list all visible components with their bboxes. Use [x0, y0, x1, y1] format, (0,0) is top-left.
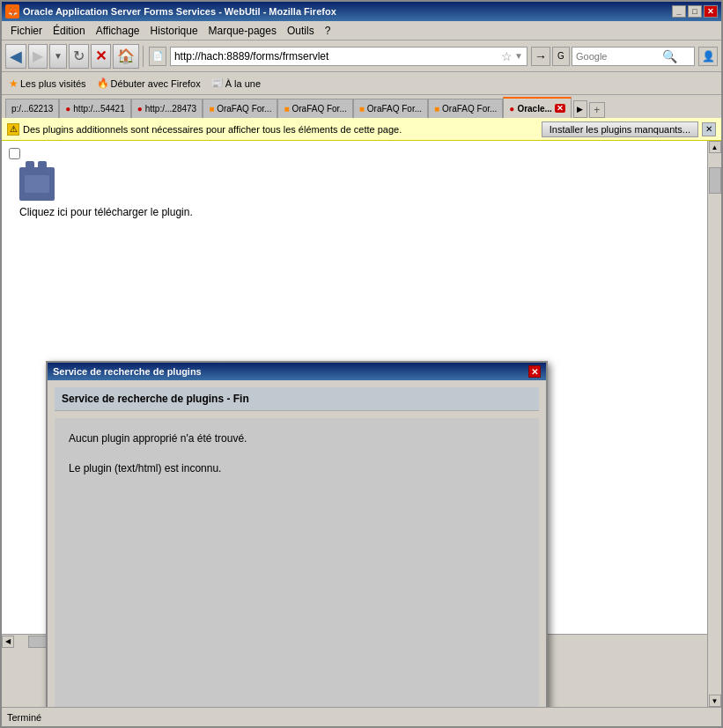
maximize-button[interactable]: □ — [688, 5, 702, 18]
search-bar[interactable]: 🔍 — [572, 47, 695, 66]
url-input[interactable] — [174, 50, 499, 63]
window-title: Oracle Application Server Forms Services… — [23, 6, 336, 17]
scroll-area: Cliquez ici pour télécharger le plugin. … — [2, 141, 721, 707]
tab-3-label: OraFAQ For... — [217, 104, 271, 114]
home-button[interactable]: 🏠 — [113, 44, 139, 69]
tab-6[interactable]: ■ OraFAQ For... — [428, 99, 503, 118]
menu-outils[interactable]: Outils — [282, 23, 320, 39]
bookmark-star-icon[interactable]: ☆ — [501, 49, 513, 63]
dropdown-url-icon[interactable]: ▼ — [514, 51, 523, 61]
title-bar: 🦊 Oracle Application Server Forms Servic… — [2, 2, 721, 21]
bookmark-firefox[interactable]: 🔥 Débuter avec Firefox — [93, 76, 204, 91]
plugin-notification-bar: ⚠ Des plugins additionnels sont nécessai… — [2, 118, 721, 141]
plugin-lego-button[interactable] — [19, 167, 55, 201]
menu-bar: Fichier Édition Affichage Historique Mar… — [2, 21, 721, 40]
lego-nub-right — [38, 161, 47, 167]
vertical-scrollbar: ▲ ▼ — [707, 141, 721, 707]
tab-7-close-icon[interactable]: ✕ — [555, 104, 565, 113]
dialog-content: Aucun plugin approprié n'a été trouvé. L… — [55, 418, 539, 707]
tab-7-favicon: ● — [509, 104, 514, 114]
person-icon: 👤 — [702, 50, 715, 63]
v-scroll-thumb[interactable] — [709, 167, 721, 194]
bookmark-firefox-label: Débuter avec Firefox — [111, 78, 201, 89]
tab-6-label: OraFAQ For... — [442, 104, 497, 114]
minimize-button[interactable]: _ — [672, 5, 686, 18]
menu-help[interactable]: ? — [320, 23, 336, 39]
status-text: Terminé — [7, 712, 41, 723]
go-button[interactable]: → — [531, 47, 550, 66]
bookmark-most-visited-label: Les plus visités — [20, 78, 86, 89]
plugin-bar-close-button[interactable]: ✕ — [702, 122, 716, 136]
tab-5-label: OraFAQ For... — [367, 104, 422, 114]
tab-7-label: Oracle... — [517, 104, 551, 114]
tab-3[interactable]: ■ OraFAQ For... — [203, 99, 277, 118]
lego-face — [25, 175, 49, 193]
lego-nub-left — [26, 161, 34, 167]
firefox-favicon-icon: 🔥 — [97, 77, 109, 89]
scroll-down-arrow[interactable]: ▼ — [709, 695, 721, 707]
menu-marquepages[interactable]: Marque-pages — [203, 23, 282, 39]
plugin-download-text: Cliquez ici pour télécharger le plugin. — [19, 206, 193, 218]
install-plugins-button[interactable]: Installer les plugins manquants... — [542, 121, 698, 137]
tab-0[interactable]: p:/...62213 — [5, 99, 59, 118]
tab-5[interactable]: ■ OraFAQ For... — [353, 99, 428, 118]
tab-5-favicon: ■ — [359, 104, 365, 114]
navigation-bar: ◀ ▶ ▼ ↻ ✕ 🏠 📄 ☆ ▼ → G 🔍 👤 — [2, 40, 721, 72]
menu-affichage[interactable]: Affichage — [91, 23, 145, 39]
plugin-finder-dialog: Service de recherche de plugins ✕ Servic… — [46, 361, 548, 707]
menu-fichier[interactable]: Fichier — [5, 23, 48, 39]
page-icon: 📄 — [149, 47, 166, 66]
tab-4-label: OraFAQ For... — [291, 104, 346, 114]
back-button[interactable]: ◀ — [5, 44, 26, 69]
app-icon: 🦊 — [5, 4, 19, 18]
dialog-message-1: Aucun plugin approprié n'a été trouvé. — [69, 432, 525, 445]
news-favicon-icon: 📰 — [211, 77, 224, 89]
forward-button[interactable]: ▶ — [28, 44, 48, 69]
close-button[interactable]: ✕ — [704, 5, 718, 18]
tab-2[interactable]: ● http:/...28473 — [131, 99, 203, 118]
bookmarks-bar: ★ Les plus visités 🔥 Débuter avec Firefo… — [2, 72, 721, 95]
dialog-message-2: Le plugin (text/html) est inconnu. — [69, 462, 525, 474]
lego-body — [19, 167, 55, 201]
tab-1[interactable]: ● http:/...54421 — [59, 99, 130, 118]
dialog-subtitle: Service de recherche de plugins - Fin — [55, 387, 539, 411]
menu-historique[interactable]: Historique — [145, 23, 203, 39]
tab-6-favicon: ■ — [434, 104, 439, 114]
browser-window: 🦊 Oracle Application Server Forms Servic… — [0, 0, 723, 728]
star-favicon-icon: ★ — [9, 77, 18, 90]
dialog-title-bar: Service de recherche de plugins ✕ — [48, 363, 546, 380]
tab-1-label: http:/...54421 — [73, 104, 124, 114]
tab-2-favicon: ● — [137, 104, 143, 114]
search-engine-icon[interactable]: G — [552, 47, 570, 66]
bookmark-news[interactable]: 📰 À la une — [208, 76, 264, 91]
new-tab-button[interactable]: + — [589, 102, 605, 118]
bookmark-most-visited[interactable]: ★ Les plus visités — [5, 76, 90, 92]
tab-4[interactable]: ■ OraFAQ For... — [277, 99, 352, 118]
content-area: Cliquez ici pour télécharger le plugin. … — [2, 141, 721, 707]
scroll-up-arrow[interactable]: ▲ — [709, 141, 721, 153]
plugin-bar-message: Des plugins additionnels sont nécessaire… — [23, 124, 402, 135]
extensions-button[interactable]: 👤 — [698, 47, 718, 66]
plugin-warning-icon: ⚠ — [7, 123, 19, 136]
tab-0-label: p:/...62213 — [11, 104, 53, 114]
tab-7-active[interactable]: ● Oracle... ✕ — [503, 97, 572, 118]
search-icon[interactable]: 🔍 — [660, 49, 679, 63]
content-checkbox[interactable] — [9, 148, 20, 159]
tab-1-favicon: ● — [65, 104, 70, 114]
tab-scroll-right[interactable]: ▶ — [573, 100, 587, 118]
tab-4-favicon: ■ — [284, 104, 289, 114]
browser-content: Cliquez ici pour télécharger le plugin. … — [2, 141, 721, 634]
dialog-close-button[interactable]: ✕ — [528, 365, 541, 378]
nav-separator — [143, 46, 144, 67]
window-controls: _ □ ✕ — [672, 5, 718, 18]
plugin-download-area: Cliquez ici pour télécharger le plugin. — [11, 150, 712, 227]
address-bar[interactable]: ☆ ▼ — [170, 47, 527, 66]
search-input[interactable] — [572, 51, 660, 62]
stop-button[interactable]: ✕ — [91, 44, 111, 69]
reload-button[interactable]: ↻ — [69, 44, 89, 69]
dialog-title: Service de recherche de plugins — [53, 366, 202, 377]
dropdown-button[interactable]: ▼ — [49, 44, 67, 69]
scroll-left-arrow[interactable]: ◀ — [2, 636, 14, 648]
menu-edition[interactable]: Édition — [48, 23, 91, 39]
bookmark-news-label: À la une — [225, 78, 261, 89]
